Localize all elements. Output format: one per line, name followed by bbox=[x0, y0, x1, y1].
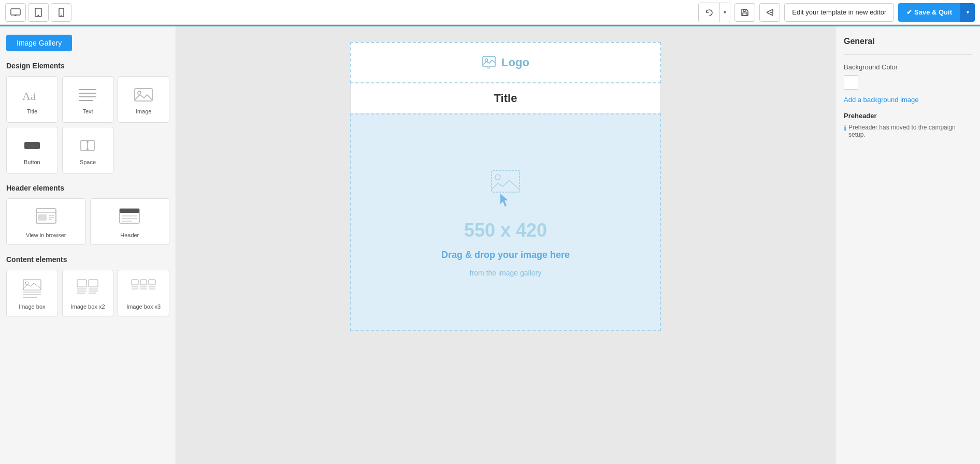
title-block[interactable]: Title bbox=[350, 83, 661, 113]
design-elements-title: Design Elements bbox=[6, 62, 169, 70]
svg-rect-42 bbox=[89, 280, 98, 287]
title-text: Title bbox=[494, 92, 517, 105]
element-image-box-label: Image box bbox=[19, 303, 45, 310]
svg-rect-8 bbox=[743, 13, 747, 16]
preheader-note-text: Preheader has moved to the campaign setu… bbox=[848, 124, 972, 138]
topbar: ▾ Edit your template in new editor ✔ Sav… bbox=[0, 0, 980, 25]
view-in-browser-icon bbox=[33, 206, 59, 229]
element-view-in-browser[interactable]: View in browser bbox=[6, 198, 86, 245]
svg-line-9 bbox=[767, 9, 773, 12]
element-image-box-2x[interactable]: Image box x2 bbox=[62, 270, 114, 316]
canvas-inner: Logo Title 550 x 420 bbox=[350, 42, 661, 448]
bg-color-swatch[interactable] bbox=[844, 75, 858, 90]
image-gallery-btn[interactable]: Image Gallery bbox=[6, 35, 72, 51]
svg-point-20 bbox=[138, 91, 141, 94]
element-image-label: Image bbox=[136, 108, 152, 114]
element-image-box-3x[interactable]: Image box x3 bbox=[118, 270, 169, 316]
element-space[interactable]: Space bbox=[62, 127, 114, 173]
svg-point-4 bbox=[38, 15, 39, 16]
panel-divider bbox=[844, 54, 972, 55]
element-view-browser-label: View in browser bbox=[26, 232, 66, 238]
design-elements-grid: Aa Title Text bbox=[6, 76, 169, 173]
drop-sub: from the image gallery bbox=[470, 269, 542, 277]
undo-dropdown-btn[interactable]: ▾ bbox=[719, 3, 730, 22]
element-button-label: Button bbox=[24, 159, 40, 165]
device-desktop-btn[interactable] bbox=[5, 3, 26, 22]
header-elements-grid: View in browser Header bbox=[6, 198, 169, 245]
svg-rect-51 bbox=[149, 280, 155, 285]
svg-point-61 bbox=[495, 175, 500, 180]
svg-rect-60 bbox=[492, 170, 520, 192]
image-element-icon bbox=[131, 84, 156, 105]
element-image-box-2x-label: Image box x2 bbox=[70, 303, 105, 310]
preheader-note: ℹ Preheader has moved to the campaign se… bbox=[844, 124, 972, 138]
title-element-icon: Aa bbox=[19, 84, 45, 105]
svg-rect-19 bbox=[135, 89, 152, 101]
image-box-3x-icon bbox=[131, 277, 156, 300]
device-switcher bbox=[5, 3, 71, 22]
element-text-label: Text bbox=[82, 108, 93, 114]
space-element-icon bbox=[75, 135, 100, 156]
content-elements-title: Content elements bbox=[6, 255, 169, 264]
topbar-right: ▾ Edit your template in new editor ✔ Sav… bbox=[698, 3, 975, 22]
image-box-2x-icon bbox=[75, 277, 100, 300]
undo-btn[interactable] bbox=[699, 3, 719, 22]
header-element-icon bbox=[117, 206, 142, 229]
element-header[interactable]: Header bbox=[90, 198, 170, 245]
element-text[interactable]: Text bbox=[62, 76, 114, 123]
button-element-icon bbox=[19, 135, 45, 156]
svg-point-37 bbox=[25, 282, 28, 285]
svg-rect-49 bbox=[132, 280, 138, 285]
undo-group: ▾ bbox=[698, 3, 730, 22]
svg-rect-21 bbox=[24, 142, 40, 149]
element-title[interactable]: Aa Title bbox=[6, 76, 58, 123]
image-box-icon bbox=[19, 277, 45, 300]
drop-size: 550 x 420 bbox=[464, 220, 547, 241]
svg-rect-50 bbox=[140, 280, 147, 285]
image-drop-block[interactable]: 550 x 420 Drag & drop your image here fr… bbox=[350, 113, 661, 331]
right-panel: General Background Color Add a backgroun… bbox=[835, 26, 980, 464]
element-image-box[interactable]: Image box bbox=[6, 270, 58, 316]
element-header-label: Header bbox=[120, 232, 139, 238]
save-quit-btn[interactable]: ✔ Save & Quit bbox=[898, 3, 960, 22]
svg-marker-62 bbox=[500, 194, 508, 207]
svg-rect-7 bbox=[743, 9, 746, 11]
send-btn[interactable] bbox=[759, 3, 780, 22]
save-quit-group: ✔ Save & Quit ▾ bbox=[898, 3, 975, 22]
add-bg-image-link[interactable]: Add a background image bbox=[844, 96, 972, 104]
device-mobile-btn[interactable] bbox=[51, 3, 71, 22]
panel-title: General bbox=[844, 37, 972, 46]
sidebar: Image Gallery Design Elements Aa Title bbox=[0, 26, 176, 464]
svg-rect-32 bbox=[120, 209, 139, 213]
canvas-area: Logo Title 550 x 420 bbox=[176, 26, 835, 464]
svg-rect-41 bbox=[77, 280, 87, 287]
logo-block[interactable]: Logo bbox=[350, 42, 661, 83]
svg-text:Aa: Aa bbox=[22, 90, 36, 103]
text-element-icon bbox=[75, 84, 100, 105]
save-btn[interactable] bbox=[734, 3, 755, 22]
element-button[interactable]: Button bbox=[6, 127, 58, 173]
main-layout: Image Gallery Design Elements Aa Title bbox=[0, 26, 980, 464]
element-image-box-3x-label: Image box x3 bbox=[126, 303, 161, 310]
save-quit-dropdown-btn[interactable]: ▾ bbox=[960, 3, 975, 22]
info-icon: ℹ bbox=[844, 124, 846, 132]
element-title-label: Title bbox=[27, 108, 37, 114]
drop-text: Drag & drop your image here bbox=[441, 250, 570, 260]
svg-rect-58 bbox=[483, 56, 495, 67]
header-elements-title: Header elements bbox=[6, 184, 169, 192]
image-drop-icon bbox=[482, 168, 529, 211]
preheader-label: Preheader bbox=[844, 112, 972, 120]
svg-rect-0 bbox=[11, 9, 20, 15]
element-space-label: Space bbox=[80, 159, 96, 165]
logo-label: Logo bbox=[501, 56, 529, 69]
device-tablet-btn[interactable] bbox=[28, 3, 49, 22]
bg-color-label: Background Color bbox=[844, 63, 972, 71]
svg-line-10 bbox=[767, 12, 773, 16]
element-image[interactable]: Image bbox=[118, 76, 169, 123]
svg-point-59 bbox=[485, 59, 488, 62]
svg-rect-27 bbox=[38, 214, 47, 221]
content-elements-grid: Image box Image box x2 bbox=[6, 270, 169, 316]
edit-template-btn[interactable]: Edit your template in new editor bbox=[784, 3, 894, 22]
